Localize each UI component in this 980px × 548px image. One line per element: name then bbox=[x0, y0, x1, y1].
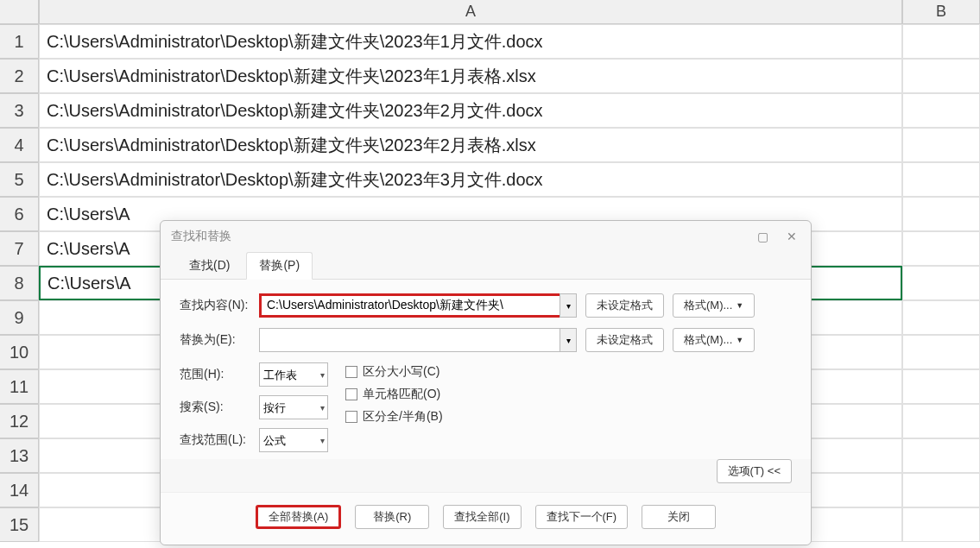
cell-b14[interactable] bbox=[902, 473, 980, 507]
col-header-a[interactable]: A bbox=[39, 0, 902, 24]
maximize-icon[interactable]: ▢ bbox=[754, 228, 771, 245]
find-dropdown-icon[interactable]: ▾ bbox=[560, 293, 577, 318]
row-header[interactable]: 10 bbox=[0, 335, 39, 369]
cell-a3[interactable]: C:\Users\Administrator\Desktop\新建文件夹\202… bbox=[39, 93, 902, 128]
replace-with-input[interactable] bbox=[259, 328, 577, 352]
row-header[interactable]: 1 bbox=[0, 24, 39, 59]
cell-b12[interactable] bbox=[902, 404, 980, 438]
tab-find[interactable]: 查找(D) bbox=[176, 252, 243, 279]
find-format-button[interactable]: 格式(M)...▼ bbox=[673, 293, 755, 318]
find-what-label: 查找内容(N): bbox=[180, 298, 250, 313]
cell-b2[interactable] bbox=[902, 59, 980, 93]
cell-b13[interactable] bbox=[902, 438, 980, 473]
find-next-button[interactable]: 查找下一个(F) bbox=[535, 505, 629, 529]
row-header[interactable]: 15 bbox=[0, 507, 39, 542]
cell-b9[interactable] bbox=[902, 300, 980, 335]
cell-b7[interactable] bbox=[902, 231, 980, 266]
within-select[interactable]: 工作表 bbox=[259, 362, 328, 387]
cell-b10[interactable] bbox=[902, 335, 980, 369]
cell-a2[interactable]: C:\Users\Administrator\Desktop\新建文件夹\202… bbox=[39, 59, 902, 93]
cell-b11[interactable] bbox=[902, 369, 980, 404]
match-cell-checkbox[interactable] bbox=[345, 388, 357, 400]
replace-dropdown-icon[interactable]: ▾ bbox=[560, 328, 577, 352]
corner-header[interactable] bbox=[0, 0, 39, 24]
match-case-label: 区分大小写(C) bbox=[363, 364, 439, 380]
dialog-title: 查找和替换 bbox=[171, 229, 754, 244]
find-format-display: 未设定格式 bbox=[585, 293, 664, 318]
row-header[interactable]: 4 bbox=[0, 128, 39, 162]
replace-all-button[interactable]: 全部替换(A) bbox=[256, 505, 341, 529]
row-header[interactable]: 11 bbox=[0, 369, 39, 404]
dialog-tabs: 查找(D) 替换(P) bbox=[161, 252, 811, 280]
close-icon[interactable]: ✕ bbox=[783, 228, 800, 245]
row-header[interactable]: 5 bbox=[0, 162, 39, 197]
replace-with-label: 替换为(E): bbox=[180, 332, 250, 348]
match-cell-label: 单元格匹配(O) bbox=[363, 387, 440, 402]
cell-b15[interactable] bbox=[902, 507, 980, 542]
match-case-checkbox[interactable] bbox=[345, 366, 357, 378]
cell-a5[interactable]: C:\Users\Administrator\Desktop\新建文件夹\202… bbox=[39, 162, 902, 197]
tab-replace[interactable]: 替换(P) bbox=[246, 252, 313, 280]
cell-b8[interactable] bbox=[902, 266, 980, 300]
row-header[interactable]: 9 bbox=[0, 300, 39, 335]
find-replace-dialog: 查找和替换 ▢ ✕ 查找(D) 替换(P) 查找内容(N): ▾ 未设定格式 格… bbox=[160, 220, 812, 545]
row-header[interactable]: 8 bbox=[0, 266, 39, 300]
cell-b5[interactable] bbox=[902, 162, 980, 197]
row-header[interactable]: 13 bbox=[0, 438, 39, 473]
close-button[interactable]: 关闭 bbox=[642, 505, 716, 529]
cell-a1[interactable]: C:\Users\Administrator\Desktop\新建文件夹\202… bbox=[39, 24, 902, 59]
find-what-input[interactable] bbox=[259, 293, 577, 318]
row-header[interactable]: 14 bbox=[0, 473, 39, 507]
replace-format-display: 未设定格式 bbox=[585, 328, 664, 352]
replace-format-button[interactable]: 格式(M)...▼ bbox=[673, 328, 755, 352]
row-header[interactable]: 6 bbox=[0, 197, 39, 231]
row-header[interactable]: 2 bbox=[0, 59, 39, 93]
row-header[interactable]: 3 bbox=[0, 93, 39, 128]
col-header-b[interactable]: B bbox=[902, 0, 980, 24]
search-select[interactable]: 按行 bbox=[259, 395, 328, 419]
cell-a4[interactable]: C:\Users\Administrator\Desktop\新建文件夹\202… bbox=[39, 128, 902, 162]
match-width-label: 区分全/半角(B) bbox=[363, 409, 443, 425]
chevron-down-icon: ▼ bbox=[736, 336, 743, 344]
row-header[interactable]: 12 bbox=[0, 404, 39, 438]
cell-b3[interactable] bbox=[902, 93, 980, 128]
row-header[interactable]: 7 bbox=[0, 231, 39, 266]
match-width-checkbox[interactable] bbox=[345, 411, 357, 423]
look-in-label: 查找范围(L): bbox=[180, 432, 250, 448]
replace-button[interactable]: 替换(R) bbox=[355, 505, 429, 529]
find-all-button[interactable]: 查找全部(I) bbox=[443, 505, 521, 529]
dialog-titlebar[interactable]: 查找和替换 ▢ ✕ bbox=[161, 221, 811, 252]
options-button[interactable]: 选项(T) << bbox=[717, 459, 792, 483]
search-label: 搜索(S): bbox=[180, 400, 250, 415]
look-in-select[interactable]: 公式 bbox=[259, 428, 328, 452]
cell-b1[interactable] bbox=[902, 24, 980, 59]
cell-b6[interactable] bbox=[902, 197, 980, 231]
cell-b4[interactable] bbox=[902, 128, 980, 162]
chevron-down-icon: ▼ bbox=[736, 301, 743, 310]
within-label: 范围(H): bbox=[180, 367, 250, 382]
